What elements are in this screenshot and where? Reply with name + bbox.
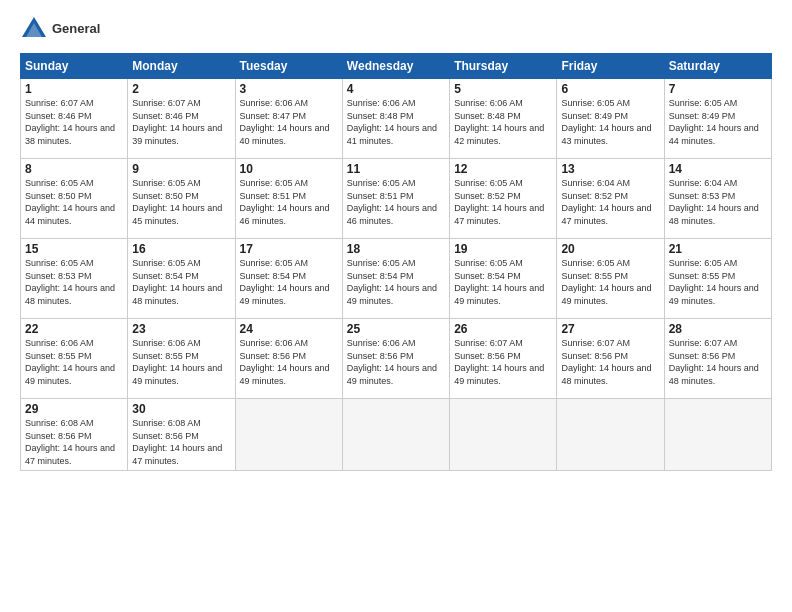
day-number: 11 <box>347 162 445 176</box>
day-number: 26 <box>454 322 552 336</box>
day-info: Sunrise: 6:05 AM Sunset: 8:49 PM Dayligh… <box>669 97 767 147</box>
calendar-day-cell: 25 Sunrise: 6:06 AM Sunset: 8:56 PM Dayl… <box>342 319 449 399</box>
calendar-day-cell: 22 Sunrise: 6:06 AM Sunset: 8:55 PM Dayl… <box>21 319 128 399</box>
calendar-day-cell: 28 Sunrise: 6:07 AM Sunset: 8:56 PM Dayl… <box>664 319 771 399</box>
daylight-text: Daylight: 14 hours and 49 minutes. <box>454 282 552 307</box>
weekday-header: Saturday <box>664 54 771 79</box>
sunset-text: Sunset: 8:48 PM <box>347 110 445 123</box>
day-number: 17 <box>240 242 338 256</box>
page: General SundayMondayTuesdayWednesdayThur… <box>0 0 792 612</box>
day-info: Sunrise: 6:08 AM Sunset: 8:56 PM Dayligh… <box>25 417 123 467</box>
daylight-text: Daylight: 14 hours and 47 minutes. <box>25 442 123 467</box>
sunset-text: Sunset: 8:52 PM <box>454 190 552 203</box>
calendar-day-cell: 27 Sunrise: 6:07 AM Sunset: 8:56 PM Dayl… <box>557 319 664 399</box>
calendar-day-cell: 30 Sunrise: 6:08 AM Sunset: 8:56 PM Dayl… <box>128 399 235 471</box>
sunrise-text: Sunrise: 6:05 AM <box>25 177 123 190</box>
sunset-text: Sunset: 8:56 PM <box>25 430 123 443</box>
day-number: 12 <box>454 162 552 176</box>
weekday-header: Friday <box>557 54 664 79</box>
day-info: Sunrise: 6:05 AM Sunset: 8:49 PM Dayligh… <box>561 97 659 147</box>
daylight-text: Daylight: 14 hours and 49 minutes. <box>25 362 123 387</box>
sunrise-text: Sunrise: 6:05 AM <box>347 177 445 190</box>
daylight-text: Daylight: 14 hours and 49 minutes. <box>240 362 338 387</box>
day-number: 14 <box>669 162 767 176</box>
sunrise-text: Sunrise: 6:06 AM <box>347 97 445 110</box>
sunset-text: Sunset: 8:54 PM <box>240 270 338 283</box>
calendar-day-cell: 10 Sunrise: 6:05 AM Sunset: 8:51 PM Dayl… <box>235 159 342 239</box>
sunset-text: Sunset: 8:50 PM <box>25 190 123 203</box>
day-number: 2 <box>132 82 230 96</box>
calendar-day-cell: 23 Sunrise: 6:06 AM Sunset: 8:55 PM Dayl… <box>128 319 235 399</box>
sunset-text: Sunset: 8:56 PM <box>347 350 445 363</box>
calendar-day-cell: 13 Sunrise: 6:04 AM Sunset: 8:52 PM Dayl… <box>557 159 664 239</box>
daylight-text: Daylight: 14 hours and 48 minutes. <box>669 362 767 387</box>
sunrise-text: Sunrise: 6:05 AM <box>561 257 659 270</box>
calendar-day-cell: 29 Sunrise: 6:08 AM Sunset: 8:56 PM Dayl… <box>21 399 128 471</box>
header: General <box>20 15 772 43</box>
day-info: Sunrise: 6:06 AM Sunset: 8:48 PM Dayligh… <box>454 97 552 147</box>
daylight-text: Daylight: 14 hours and 40 minutes. <box>240 122 338 147</box>
daylight-text: Daylight: 14 hours and 49 minutes. <box>132 362 230 387</box>
daylight-text: Daylight: 14 hours and 49 minutes. <box>669 282 767 307</box>
calendar-day-cell: 21 Sunrise: 6:05 AM Sunset: 8:55 PM Dayl… <box>664 239 771 319</box>
calendar-day-cell: 8 Sunrise: 6:05 AM Sunset: 8:50 PM Dayli… <box>21 159 128 239</box>
sunrise-text: Sunrise: 6:05 AM <box>347 257 445 270</box>
sunset-text: Sunset: 8:53 PM <box>25 270 123 283</box>
sunset-text: Sunset: 8:56 PM <box>561 350 659 363</box>
day-number: 18 <box>347 242 445 256</box>
day-number: 16 <box>132 242 230 256</box>
sunrise-text: Sunrise: 6:06 AM <box>132 337 230 350</box>
sunset-text: Sunset: 8:51 PM <box>347 190 445 203</box>
sunrise-text: Sunrise: 6:06 AM <box>347 337 445 350</box>
sunrise-text: Sunrise: 6:05 AM <box>669 97 767 110</box>
day-number: 15 <box>25 242 123 256</box>
calendar-week-row: 15 Sunrise: 6:05 AM Sunset: 8:53 PM Dayl… <box>21 239 772 319</box>
calendar-day-cell: 3 Sunrise: 6:06 AM Sunset: 8:47 PM Dayli… <box>235 79 342 159</box>
day-number: 10 <box>240 162 338 176</box>
sunrise-text: Sunrise: 6:06 AM <box>240 97 338 110</box>
logo-icon <box>20 15 48 43</box>
daylight-text: Daylight: 14 hours and 49 minutes. <box>347 282 445 307</box>
day-number: 22 <box>25 322 123 336</box>
day-info: Sunrise: 6:06 AM Sunset: 8:48 PM Dayligh… <box>347 97 445 147</box>
day-number: 28 <box>669 322 767 336</box>
logo: General <box>20 15 100 43</box>
day-info: Sunrise: 6:06 AM Sunset: 8:55 PM Dayligh… <box>132 337 230 387</box>
day-info: Sunrise: 6:04 AM Sunset: 8:52 PM Dayligh… <box>561 177 659 227</box>
daylight-text: Daylight: 14 hours and 48 minutes. <box>669 202 767 227</box>
sunset-text: Sunset: 8:52 PM <box>561 190 659 203</box>
day-number: 3 <box>240 82 338 96</box>
daylight-text: Daylight: 14 hours and 47 minutes. <box>454 202 552 227</box>
daylight-text: Daylight: 14 hours and 48 minutes. <box>132 282 230 307</box>
sunrise-text: Sunrise: 6:05 AM <box>669 257 767 270</box>
weekday-header-row: SundayMondayTuesdayWednesdayThursdayFrid… <box>21 54 772 79</box>
sunrise-text: Sunrise: 6:08 AM <box>132 417 230 430</box>
sunrise-text: Sunrise: 6:05 AM <box>25 257 123 270</box>
calendar-day-cell: 12 Sunrise: 6:05 AM Sunset: 8:52 PM Dayl… <box>450 159 557 239</box>
calendar-day-cell: 17 Sunrise: 6:05 AM Sunset: 8:54 PM Dayl… <box>235 239 342 319</box>
weekday-header: Sunday <box>21 54 128 79</box>
sunrise-text: Sunrise: 6:07 AM <box>561 337 659 350</box>
sunset-text: Sunset: 8:55 PM <box>561 270 659 283</box>
sunrise-text: Sunrise: 6:07 AM <box>454 337 552 350</box>
day-number: 7 <box>669 82 767 96</box>
daylight-text: Daylight: 14 hours and 49 minutes. <box>561 282 659 307</box>
sunset-text: Sunset: 8:54 PM <box>132 270 230 283</box>
sunset-text: Sunset: 8:56 PM <box>240 350 338 363</box>
day-info: Sunrise: 6:06 AM Sunset: 8:55 PM Dayligh… <box>25 337 123 387</box>
day-number: 23 <box>132 322 230 336</box>
day-info: Sunrise: 6:05 AM Sunset: 8:52 PM Dayligh… <box>454 177 552 227</box>
sunrise-text: Sunrise: 6:05 AM <box>240 177 338 190</box>
daylight-text: Daylight: 14 hours and 44 minutes. <box>669 122 767 147</box>
day-info: Sunrise: 6:05 AM Sunset: 8:55 PM Dayligh… <box>561 257 659 307</box>
calendar-day-cell: 26 Sunrise: 6:07 AM Sunset: 8:56 PM Dayl… <box>450 319 557 399</box>
calendar-day-cell: 1 Sunrise: 6:07 AM Sunset: 8:46 PM Dayli… <box>21 79 128 159</box>
calendar-day-cell: 18 Sunrise: 6:05 AM Sunset: 8:54 PM Dayl… <box>342 239 449 319</box>
day-number: 24 <box>240 322 338 336</box>
daylight-text: Daylight: 14 hours and 47 minutes. <box>561 202 659 227</box>
day-info: Sunrise: 6:07 AM Sunset: 8:56 PM Dayligh… <box>669 337 767 387</box>
sunrise-text: Sunrise: 6:04 AM <box>561 177 659 190</box>
sunset-text: Sunset: 8:49 PM <box>561 110 659 123</box>
day-number: 21 <box>669 242 767 256</box>
calendar-day-cell: 7 Sunrise: 6:05 AM Sunset: 8:49 PM Dayli… <box>664 79 771 159</box>
